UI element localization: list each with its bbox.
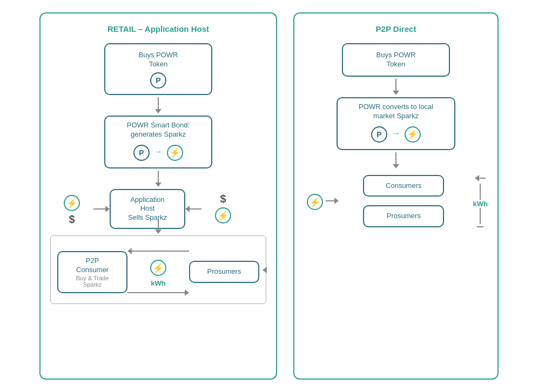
dollar-left: $ (69, 213, 75, 226)
p-token-icon-1: P (150, 72, 166, 89)
arrow-row-top (127, 248, 189, 254)
spark-icon-bottom: ⚡ (150, 260, 166, 276)
consumers-row: Consumers (363, 175, 444, 197)
left-panel-title: RETAIL – Application Host (107, 24, 209, 33)
right-bottom: ⚡ Consumers (304, 175, 488, 228)
right-panel: P2P Direct Buys POWR Token POWR converts… (293, 12, 499, 380)
p-token-icon-2: P (133, 145, 150, 161)
app-host-box: Application Host Sells Sparkz (110, 189, 185, 229)
v-line-kwh-2 (480, 208, 481, 224)
converts-text: POWR converts to local market Sparkz (359, 103, 433, 121)
bottom-section: P2P Consumer Buy & Trade Sparkz (57, 248, 259, 296)
main-container: RETAIL – Application Host Buys POWR Toke… (11, 12, 527, 380)
spark-icon-right: ⚡ (215, 207, 231, 224)
consumers-text: Consumers (386, 181, 421, 191)
buys-powr-text-right: Buys POWR Token (376, 51, 416, 69)
kwh-label-right: kWh (473, 200, 488, 208)
right-side-col: $ ⚡ (201, 193, 245, 225)
prosumers-text-left: Prosumers (207, 267, 241, 276)
arrow-row-bottom (127, 289, 189, 296)
arrow-icon-1: → (154, 147, 163, 157)
consumers-arrow (475, 175, 486, 181)
right-flow: Buys POWR Token POWR converts to local m… (304, 43, 488, 227)
left-flow: Buys POWR Token P POWR Smart Bond: gener… (50, 43, 266, 304)
prosumers-text-right: Prosumers (387, 212, 421, 221)
left-side-col: ⚡ $ (50, 192, 93, 226)
smart-bond-box: POWR Smart Bond: generates Sparkz P → ⚡ (104, 116, 212, 168)
bottom-outer-box: P2P Consumer Buy & Trade Sparkz (50, 235, 266, 304)
prosumers-box-right: Prosumers (363, 205, 444, 227)
spark-icon-1: ⚡ (167, 145, 183, 161)
right-kwh-col: kWh (473, 175, 488, 227)
p2p-consumer-box: P2P Consumer Buy & Trade Sparkz (57, 251, 127, 293)
right-bottom-left: ⚡ (304, 191, 326, 211)
arrow-rb-center (326, 198, 339, 204)
token-row-right: P → ⚡ (371, 123, 421, 144)
arrow-1 (155, 97, 162, 113)
right-bottom-center: Consumers Prosumers (339, 175, 469, 228)
smart-bond-text: POWR Smart Bond: generates Sparkz (127, 121, 190, 139)
prosumers-box-left: Prosumers (189, 261, 259, 283)
app-host-text: Application Host (130, 195, 165, 214)
buys-powr-text-left: Buys POWR Token (139, 51, 178, 69)
right-panel-title: P2P Direct (376, 24, 416, 33)
dollar-right: $ (220, 193, 226, 205)
p2p-subtext: Buy & Trade Sparkz (76, 275, 109, 288)
arrow-icon-r: → (392, 129, 400, 138)
p-token-icon-r: P (371, 126, 387, 143)
kwh-label-left: kWh (151, 279, 165, 287)
right-incoming-arrow (263, 267, 267, 273)
h-arrow-right-in (185, 206, 201, 212)
arrow-r1 (393, 79, 399, 95)
p2p-text: P2P Consumer (76, 256, 109, 275)
left-panel: RETAIL – Application Host Buys POWR Toke… (39, 12, 277, 380)
prosumers-arrow (477, 226, 483, 227)
h-arrow-left (93, 206, 110, 212)
consumers-box: Consumers (363, 175, 444, 197)
arrow-to-bottom (155, 220, 162, 234)
converts-box: POWR converts to local market Sparkz P →… (337, 97, 455, 150)
bottom-middle: ⚡ kWh (127, 248, 189, 296)
spark-icon-r: ⚡ (405, 126, 421, 143)
v-line-kwh (480, 184, 481, 200)
buys-powr-box-right: Buys POWR Token (342, 43, 450, 77)
spark-icon-left: ⚡ (64, 195, 80, 211)
arrow-2 (155, 171, 162, 187)
arrow-r2 (393, 152, 399, 168)
prosumers-row: Prosumers (363, 205, 444, 227)
buys-powr-box-left: Buys POWR Token P (104, 43, 212, 95)
token-row-left: P → ⚡ (133, 141, 183, 162)
spark-icon-rb: ⚡ (307, 194, 323, 210)
